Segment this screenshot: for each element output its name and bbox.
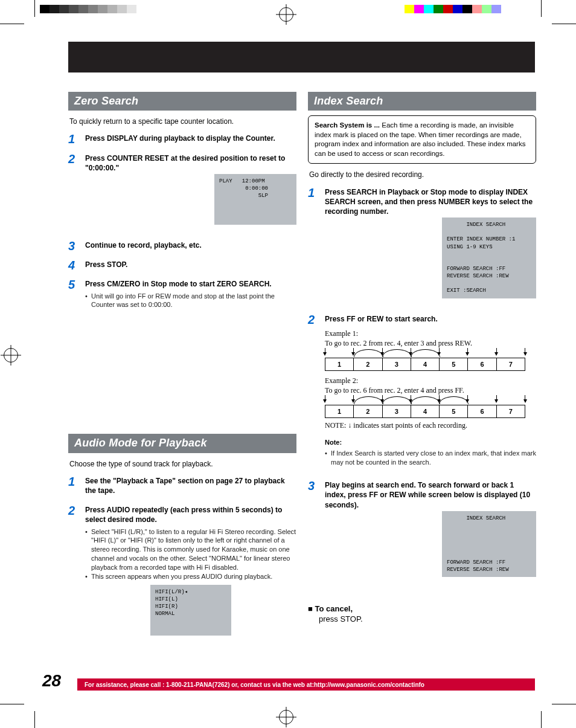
diagram-note: NOTE: ↓ indicates start points of each r…	[325, 420, 536, 430]
index-note-title: Note:	[325, 438, 536, 447]
crop-mark	[0, 24, 24, 24]
crop-mark	[541, 711, 542, 728]
cancel-body: press STOP.	[308, 614, 363, 625]
top-banner	[68, 42, 535, 72]
zero-step-2: Press COUNTER RESET at the desired posit…	[85, 153, 296, 173]
audio-step-1: See the "Playback a Tape" section on pag…	[85, 476, 296, 495]
heading-audio-mode: Audio Mode for Playback	[68, 434, 296, 453]
zero-steps: Press DISPLAY during playback to display…	[68, 134, 296, 319]
index-step-3: Play begins at search end. To search for…	[325, 480, 536, 510]
crop-mark	[0, 704, 24, 704]
index-step-1: Press SEARCH in Playback or Stop mode to…	[325, 187, 536, 217]
crop-mark	[34, 711, 35, 728]
audio-osd-screen: HIFI(L/R)◂ HIFI(L) HIFI(R) NORMAL	[150, 585, 231, 636]
square-bullet-icon: ■	[308, 604, 315, 613]
registration-mark-bottom	[279, 710, 293, 724]
index-intro: Go directly to the desired recording.	[309, 170, 535, 179]
index-note-1: If Index Search is started very close to…	[325, 449, 536, 467]
audio-steps: See the "Playback a Tape" section on pag…	[68, 476, 296, 648]
index-osd-1: INDEX SEARCH ENTER INDEX NUMBER :1 USING…	[442, 217, 536, 298]
index-steps: Press SEARCH in Playback or Stop mode to…	[308, 187, 536, 593]
index-osd-2: INDEX SEARCH FORWARD SEARCH :FF REVERSE …	[442, 511, 536, 577]
heading-zero-search: Zero Search	[68, 92, 296, 111]
zero-osd-screen: PLAY 12:00PM 0:00:00 SLP	[214, 174, 296, 225]
heading-index-search: Index Search	[308, 92, 536, 111]
zero-step-5-note: Unit will go into FF or REW mode and sto…	[85, 292, 296, 310]
crop-mark	[34, 0, 35, 17]
audio-step-2-note-2: This screen appears when you press AUDIO…	[85, 572, 296, 581]
example-1-label: Example 1:	[325, 329, 536, 338]
zero-step-3: Continue to record, playback, etc.	[85, 240, 296, 250]
page-number: 28	[42, 671, 61, 691]
example-1-desc: To go to rec. 2 from rec. 4, enter 3 and…	[325, 338, 536, 348]
audio-step-2: Press AUDIO repeatedly (each press withi…	[85, 505, 296, 524]
zero-step-1: Press DISPLAY during playback to display…	[85, 134, 296, 143]
audio-step-2-note-1: Select "HIFI (L/R)," to listen to a regu…	[85, 527, 296, 572]
audio-intro: Choose the type of sound track for playb…	[69, 459, 295, 469]
zero-intro: To quickly return to a specific tape cou…	[69, 117, 295, 126]
assistance-text: For assistance, please call : 1-800-211-…	[85, 681, 424, 688]
search-system-box: Search System is ... Each time a recordi…	[308, 115, 536, 164]
index-step-2: Press FF or REW to start search.	[325, 314, 536, 324]
crop-mark	[541, 0, 542, 17]
registration-mark-left	[4, 348, 18, 362]
colorbar-gray	[40, 5, 136, 13]
zero-step-5: Press CM/ZERO in Stop mode to start ZERO…	[85, 279, 296, 289]
crop-mark	[552, 24, 576, 24]
cancel-title: To cancel,	[315, 604, 353, 613]
index-note: Note: If Index Search is started very cl…	[325, 438, 536, 468]
index-diagram-1: 1 2 3 4 5 6 7	[325, 358, 536, 371]
crop-mark	[552, 704, 576, 704]
example-2-desc: To go to rec. 6 from rec. 2, enter 4 and…	[325, 385, 536, 395]
zero-step-4: Press STOP.	[85, 260, 296, 269]
colorbar-cmyk	[405, 5, 501, 13]
index-diagram-2: 1 2 3 4 5 6 7	[325, 405, 536, 418]
search-system-title: Search System is ...	[315, 121, 380, 129]
assistance-footer: For assistance, please call : 1-800-211-…	[77, 678, 535, 691]
registration-mark-top	[279, 7, 293, 22]
example-2-label: Example 2:	[325, 376, 536, 385]
cancel-block: ■ To cancel, press STOP.	[308, 604, 536, 625]
